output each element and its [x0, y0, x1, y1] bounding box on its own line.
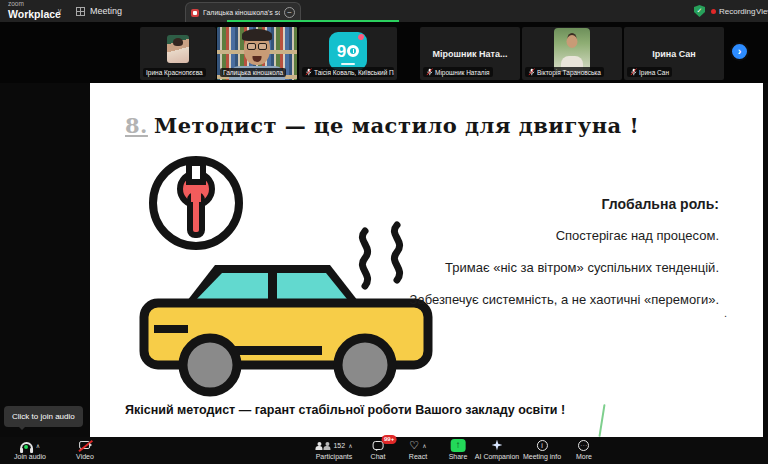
slide-heading: Глобальна роль: — [320, 196, 719, 212]
slide-line: Забезпечує системність, а не хаотичні «п… — [320, 292, 719, 308]
participant-tile-miroshnyk-nataliia[interactable]: Мірошник Ната... Мірошник Наталія — [420, 27, 520, 80]
logo-zero-clock-icon — [347, 45, 359, 57]
share-screen-icon: ↑ — [451, 439, 466, 452]
security-shield-icon[interactable]: ✓ — [694, 5, 705, 17]
slide-line: Спостерігає над процесом. — [320, 228, 719, 244]
meeting-tab-label: Meeting — [90, 6, 122, 16]
participant-tile-iryna-san[interactable]: Ірина Сан Ірина Сан — [624, 27, 724, 80]
participant-name-label: Таісія Коваль, Київський Палац... — [314, 69, 394, 76]
participant-tile-iryna-krasnopieieva[interactable]: Ірина Краснопєєва — [140, 27, 216, 80]
participants-button[interactable]: 152 ∧ Participants — [315, 439, 352, 460]
camera-off-icon — [80, 441, 91, 449]
recording-dot-icon — [711, 9, 716, 14]
chevron-up-icon[interactable]: ∧ — [422, 442, 426, 449]
shared-slide: 8.Методист — це мастило для двигуна ! — [90, 83, 763, 437]
slide-footer: Якісний методист — гарант стабільної роб… — [125, 403, 565, 417]
participant-tile-viktoriia-taranovska[interactable]: Вікторія Тарановська — [522, 27, 622, 80]
more-icon: ··· — [578, 440, 589, 451]
participant-display-name: Мірошник Ната... — [420, 49, 520, 59]
chevron-up-icon[interactable]: ∧ — [348, 442, 352, 449]
participant-avatar — [167, 35, 189, 63]
meeting-info-button[interactable]: i Meeting info — [523, 439, 561, 460]
mouth — [253, 56, 262, 62]
title-bar: zoom Workplace ∨ Meeting Галицька кіношк… — [0, 0, 768, 22]
participant-name-label: Вікторія Тарановська — [537, 69, 601, 76]
meeting-icon — [76, 7, 85, 16]
participant-tile-taisiia-koval[interactable]: 9 Таісія Коваль, Київський Палац... — [299, 27, 397, 80]
chat-button[interactable]: 99+ Chat — [371, 439, 386, 460]
app-name-label: Workplace — [8, 9, 61, 20]
chevron-up-icon[interactable]: ∧ — [36, 442, 40, 449]
organization-logo: 9 — [329, 32, 367, 70]
participant-name-label: Мірошник Наталія — [435, 69, 490, 76]
participant-face — [244, 33, 270, 65]
zoom-window: zoom Workplace ∨ Meeting Галицька кіношк… — [0, 0, 768, 464]
react-button[interactable]: ♡ ∧ React — [409, 439, 427, 460]
muted-mic-icon — [528, 68, 535, 76]
app-brand[interactable]: zoom Workplace — [8, 1, 61, 19]
participant-name-label: Ірина Сан — [639, 69, 669, 76]
meeting-toolbar: ∧ Join audio Video 152 ∧ Participants 99… — [0, 437, 768, 464]
app-small-label: zoom — [8, 1, 61, 8]
collapse-tab-icon[interactable]: − — [284, 7, 295, 18]
info-icon: i — [536, 440, 547, 451]
recording-label: Recording — [719, 7, 755, 16]
slide-line: Тримає «ніс за вітром» суспільних тенден… — [320, 260, 719, 276]
participant-strip: Ірина Краснопєєва Галицька кіношкола 9 Т… — [0, 22, 768, 83]
slide-title: 8.Методист — це мастило для двигуна ! — [125, 113, 639, 138]
join-audio-tooltip: Click to join audio — [4, 406, 83, 427]
tab-meeting[interactable]: Meeting — [76, 0, 122, 22]
video-button[interactable]: Video — [76, 439, 94, 460]
participant-name-label: Ірина Краснопєєва — [146, 69, 203, 76]
participant-name-label: Галицька кіношкола — [223, 69, 283, 76]
muted-mic-icon — [305, 68, 312, 76]
participant-tile-halytska-kinoshkola[interactable]: Галицька кіношкола — [217, 27, 297, 80]
participants-count: 152 — [333, 442, 345, 449]
stray-period: . — [724, 307, 727, 319]
participant-avatar — [554, 28, 590, 72]
chevron-down-icon[interactable]: ∨ — [57, 7, 62, 15]
screen-share-icon — [191, 9, 199, 17]
join-audio-button[interactable]: ∧ Join audio — [14, 439, 46, 460]
participants-icon — [315, 440, 330, 450]
shared-screen-tab-label: Галицька кіношкола's screen — [203, 9, 280, 16]
glasses — [245, 43, 269, 50]
more-button[interactable]: ··· More — [576, 439, 592, 460]
view-button[interactable]: View — [756, 7, 768, 16]
slide-number: 8. — [125, 113, 148, 138]
sparkle-icon — [491, 440, 502, 451]
chat-badge: 99+ — [381, 435, 396, 444]
tab-shared-screen[interactable]: Галицька кіношкола's screen − — [185, 2, 301, 22]
ai-companion-button[interactable]: AI Companion — [475, 439, 519, 460]
muted-mic-icon — [426, 68, 433, 76]
muted-mic-icon — [630, 68, 637, 76]
headphones-icon — [20, 442, 33, 450]
slide-text-block: Глобальна роль: Спостерігає над процесом… — [320, 196, 719, 324]
share-button[interactable]: ↑ Share — [449, 439, 468, 460]
annotation-stroke — [598, 404, 605, 437]
next-participants-button[interactable]: › — [730, 42, 749, 61]
tooltip-text: Click to join audio — [12, 412, 75, 421]
participant-display-name: Ірина Сан — [624, 49, 724, 59]
heart-icon: ♡ — [409, 440, 419, 450]
